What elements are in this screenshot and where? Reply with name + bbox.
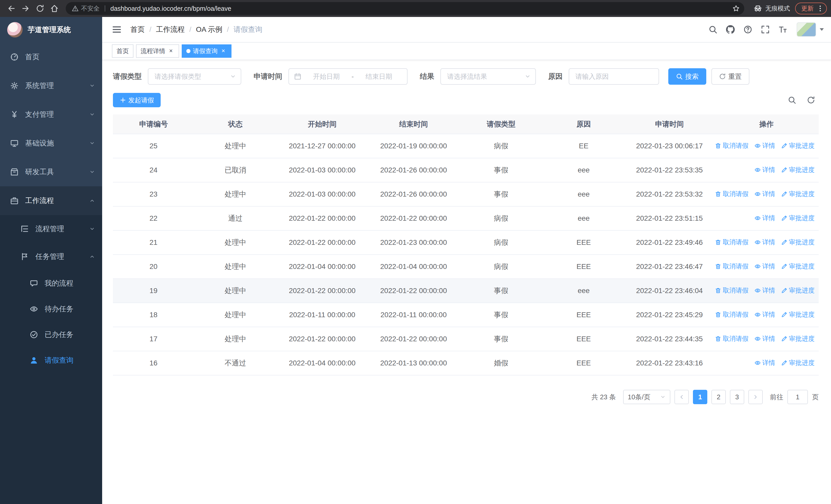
table-row[interactable]: 16 不通过 2022-01-04 00:00:00 2022-01-13 00…	[113, 351, 819, 375]
detail-link[interactable]: 详情	[754, 166, 775, 174]
approval-progress-link[interactable]: 审批进度	[781, 262, 814, 270]
table-row[interactable]: 18 处理中 2022-01-11 00:00:00 2022-01-11 00…	[113, 303, 819, 327]
browser-menu-icon[interactable]	[816, 5, 824, 12]
approval-progress-link[interactable]: 审批进度	[781, 190, 814, 198]
cancel-leave-link[interactable]: 取消请假	[715, 310, 748, 319]
cell-status: 处理中	[194, 327, 277, 351]
cancel-leave-link[interactable]: 取消请假	[715, 334, 748, 343]
page-size-select[interactable]: 10条/页	[623, 390, 670, 404]
cancel-leave-link[interactable]: 取消请假	[715, 190, 748, 198]
page-button-3[interactable]: 3	[730, 390, 744, 404]
sidebar-item-home[interactable]: 首页	[0, 42, 102, 71]
detail-link[interactable]: 详情	[754, 238, 775, 246]
cell-status: 处理中	[194, 279, 277, 303]
sidebar-item-dev-tools[interactable]: 研发工具	[0, 157, 102, 186]
address-bar[interactable]: 不安全 dashboard.yudao.iocoder.cn/bpm/oa/le…	[66, 2, 744, 15]
approval-progress-link[interactable]: 审批进度	[781, 286, 814, 295]
sidebar-item-payment-mgmt[interactable]: 支付管理	[0, 100, 102, 129]
tab-leave-query[interactable]: 请假查询 ×	[182, 45, 231, 58]
detail-link[interactable]: 详情	[754, 214, 775, 222]
table-row[interactable]: 17 处理中 2022-01-22 00:00:00 2022-01-22 00…	[113, 327, 819, 351]
detail-link[interactable]: 详情	[754, 190, 775, 198]
close-icon[interactable]: ×	[220, 48, 227, 55]
approval-progress-link[interactable]: 审批进度	[781, 166, 814, 174]
sidebar-item-done-tasks[interactable]: 已办任务	[0, 322, 102, 348]
cell-id: 24	[113, 158, 194, 182]
table-row[interactable]: 20 处理中 2022-01-04 00:00:00 2022-01-04 00…	[113, 255, 819, 279]
edit-icon	[781, 143, 787, 149]
result-select[interactable]: 请选择流结果	[440, 68, 536, 85]
bookmark-star-icon[interactable]	[730, 2, 742, 14]
sidebar-item-task-mgmt[interactable]: 任务管理	[0, 243, 102, 270]
cell-applied: 2022-01-22 23:49:46	[625, 231, 714, 255]
search-icon[interactable]	[704, 17, 722, 42]
breadcrumb-workflow[interactable]: 工作流程	[156, 25, 185, 34]
table-row[interactable]: 22 通过 2022-01-22 00:00:00 2022-01-22 00:…	[113, 206, 819, 231]
sidebar-toggle-icon[interactable]	[112, 24, 122, 35]
sidebar-item-workflow[interactable]: 工作流程	[0, 186, 102, 215]
table-row[interactable]: 21 处理中 2022-01-22 00:00:00 2022-01-23 00…	[113, 231, 819, 255]
table-row[interactable]: 25 处理中 2021-12-27 00:00:00 2022-01-19 00…	[113, 134, 819, 158]
table-row[interactable]: 23 处理中 2022-01-03 00:00:00 2022-01-26 00…	[113, 182, 819, 206]
col-apply-id: 申请编号	[113, 114, 194, 134]
page-button-1[interactable]: 1	[693, 390, 707, 404]
tab-process-detail[interactable]: 流程详情 ×	[136, 45, 179, 58]
approval-progress-link[interactable]: 审批进度	[781, 214, 814, 222]
browser-home-button[interactable]	[47, 1, 62, 16]
sidebar-item-process-mgmt[interactable]: 流程管理	[0, 215, 102, 243]
detail-link[interactable]: 详情	[754, 141, 775, 150]
browser-reload-button[interactable]	[33, 1, 47, 16]
reason-input[interactable]	[569, 68, 659, 85]
sidebar-item-system-mgmt[interactable]: 系统管理	[0, 71, 102, 100]
sidebar-item-my-process[interactable]: 我的流程	[0, 270, 102, 296]
sidebar-item-infrastructure[interactable]: 基础设施	[0, 129, 102, 157]
next-page-button[interactable]	[748, 390, 763, 404]
prev-page-button[interactable]	[675, 390, 689, 404]
breadcrumb-oa-example[interactable]: OA 示例	[196, 25, 223, 34]
detail-link[interactable]: 详情	[754, 262, 775, 270]
reset-button[interactable]: 重置	[711, 68, 749, 85]
page-button-2[interactable]: 2	[711, 390, 726, 404]
cancel-leave-link[interactable]: 取消请假	[715, 286, 748, 295]
cell-end: 2022-01-22 00:00:00	[368, 327, 460, 351]
table-row[interactable]: 24 已取消 2022-01-03 00:00:00 2022-01-26 00…	[113, 158, 819, 182]
close-icon[interactable]: ×	[167, 48, 174, 55]
cancel-leave-link[interactable]: 取消请假	[715, 262, 748, 270]
approval-progress-link[interactable]: 审批进度	[781, 238, 814, 246]
detail-link[interactable]: 详情	[754, 286, 775, 295]
leave-type-select[interactable]: 请选择请假类型	[148, 68, 241, 85]
app-logo[interactable]: 芋道管理系统	[0, 17, 102, 42]
cancel-leave-link[interactable]: 取消请假	[715, 141, 748, 150]
security-warning[interactable]: 不安全	[72, 4, 99, 12]
refresh-table-icon[interactable]	[807, 96, 815, 104]
browser-update-button[interactable]: 更新	[795, 3, 827, 14]
toggle-search-icon[interactable]	[788, 96, 796, 104]
browser-back-button[interactable]	[4, 1, 19, 16]
create-leave-button[interactable]: 发起请假	[113, 93, 161, 107]
cell-type: 事假	[459, 327, 543, 351]
detail-link[interactable]: 详情	[754, 334, 775, 343]
help-icon[interactable]	[739, 17, 756, 42]
chevron-down-icon	[89, 83, 95, 89]
github-icon[interactable]	[722, 17, 739, 42]
tab-home[interactable]: 首页	[112, 45, 134, 58]
approval-progress-link[interactable]: 审批进度	[781, 334, 814, 343]
detail-link[interactable]: 详情	[754, 358, 775, 367]
browser-forward-button[interactable]	[19, 1, 33, 16]
table-row[interactable]: 19 处理中 2022-01-22 00:00:00 2022-01-22 00…	[113, 279, 819, 303]
breadcrumb-home[interactable]: 首页	[131, 25, 145, 34]
search-button[interactable]: 搜索	[668, 68, 706, 85]
approval-progress-link[interactable]: 审批进度	[781, 310, 814, 319]
user-avatar[interactable]	[797, 22, 824, 37]
font-size-icon[interactable]	[774, 17, 792, 42]
goto-page-input[interactable]	[787, 390, 808, 404]
sidebar-item-leave-query[interactable]: 请假查询	[0, 348, 102, 373]
fullscreen-icon[interactable]	[756, 17, 774, 42]
cell-operations: 取消请假 详情 审批进度	[714, 231, 819, 255]
approval-progress-link[interactable]: 审批进度	[781, 358, 814, 367]
apply-time-range-picker[interactable]: 开始日期 - 结束日期	[288, 68, 407, 85]
sidebar-item-todo-tasks[interactable]: 待办任务	[0, 296, 102, 322]
approval-progress-link[interactable]: 审批进度	[781, 141, 814, 150]
detail-link[interactable]: 详情	[754, 310, 775, 319]
cancel-leave-link[interactable]: 取消请假	[715, 238, 748, 246]
